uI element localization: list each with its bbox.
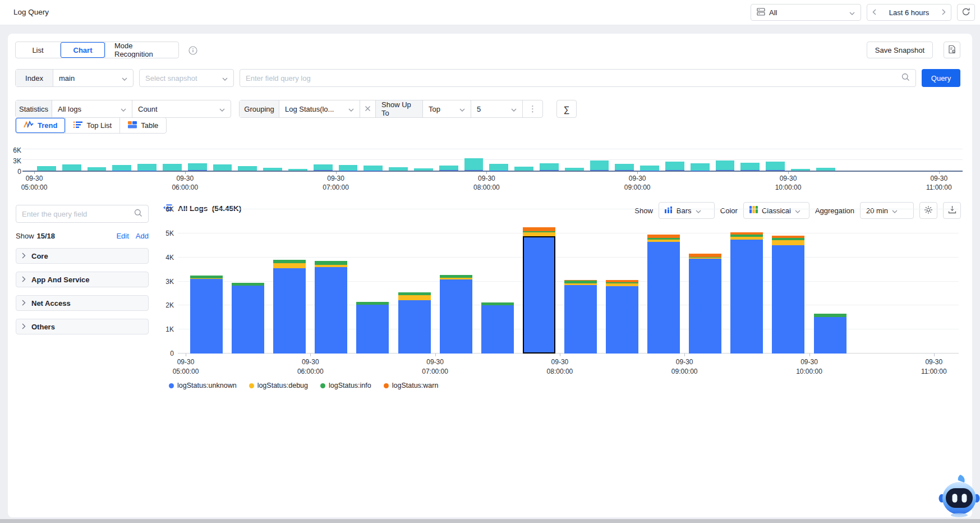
stacked-bar[interactable] xyxy=(273,209,306,354)
overview-bar[interactable] xyxy=(766,162,785,171)
overview-bar[interactable] xyxy=(112,165,131,171)
window-bottom-edge xyxy=(0,519,980,523)
legend-item-unknown[interactable]: logStatus:unknown xyxy=(169,382,237,389)
stacked-bar[interactable] xyxy=(772,209,804,354)
add-field-link[interactable]: Add xyxy=(136,232,149,240)
stacked-bar[interactable] xyxy=(232,209,264,354)
overview-bar[interactable] xyxy=(339,165,358,171)
overview-bar-count xyxy=(188,163,207,170)
overview-bar[interactable] xyxy=(740,163,760,171)
overview-bar[interactable] xyxy=(263,168,282,171)
field-group-core[interactable]: Core xyxy=(16,248,149,264)
overview-bar[interactable] xyxy=(464,158,484,171)
tab-mode-recognition[interactable]: Mode Recognition xyxy=(105,42,178,58)
overview-bar[interactable] xyxy=(640,166,659,171)
edit-fields-link[interactable]: Edit xyxy=(116,232,128,240)
field-search-input[interactable] xyxy=(22,210,134,218)
overview-bar[interactable] xyxy=(188,163,207,171)
overview-bar[interactable] xyxy=(615,164,634,171)
overview-bar[interactable] xyxy=(62,164,81,171)
overview-bar[interactable] xyxy=(137,164,157,171)
overview-bar[interactable] xyxy=(314,164,333,171)
overview-bar[interactable] xyxy=(238,166,257,171)
stacked-bar[interactable] xyxy=(606,209,638,354)
next-range-icon[interactable] xyxy=(942,8,946,17)
scope-select[interactable]: All xyxy=(751,4,861,21)
sigma-button[interactable]: ∑ xyxy=(556,100,577,118)
overview-bar[interactable] xyxy=(489,164,508,171)
bar-segment-info xyxy=(232,283,264,286)
search-icon[interactable] xyxy=(901,73,910,83)
overview-bar[interactable] xyxy=(514,167,533,171)
top-select[interactable]: Top xyxy=(422,100,471,117)
info-icon[interactable] xyxy=(188,46,197,57)
overview-bar[interactable] xyxy=(389,167,408,171)
overview-bar[interactable] xyxy=(88,167,107,171)
time-range-picker[interactable]: Last 6 hours xyxy=(867,4,951,21)
stacked-bar[interactable] xyxy=(440,209,472,354)
legend-label: logStatus:debug xyxy=(257,382,308,389)
overview-bar[interactable] xyxy=(364,166,383,171)
save-snapshot-button[interactable]: Save Snapshot xyxy=(867,42,933,58)
snapshot-config-button[interactable] xyxy=(944,42,960,58)
bar-segment-info xyxy=(606,282,638,283)
time-range-value: Last 6 hours xyxy=(889,8,930,17)
tab-trend[interactable]: Trend xyxy=(16,118,65,133)
overview-bar[interactable] xyxy=(540,163,559,171)
overview-bar[interactable] xyxy=(565,168,584,171)
stacked-bar[interactable] xyxy=(564,209,597,354)
overview-bar-count xyxy=(691,163,710,170)
legend-item-warn[interactable]: logStatus:warn xyxy=(384,382,439,389)
overview-bar[interactable] xyxy=(791,169,810,171)
overview-bar[interactable] xyxy=(816,168,835,171)
overview-bar[interactable] xyxy=(37,166,56,171)
stacked-bar[interactable] xyxy=(814,209,846,354)
more-options-icon[interactable]: ⋮ xyxy=(522,100,542,117)
overview-bar[interactable] xyxy=(590,160,609,171)
legend-item-info[interactable]: logStatus:info xyxy=(320,382,371,389)
search-icon[interactable] xyxy=(134,209,142,219)
overview-bar[interactable] xyxy=(665,162,684,171)
field-group-net-access[interactable]: Net Access xyxy=(16,295,149,311)
stacked-bar[interactable] xyxy=(190,209,223,354)
remove-grouping-button[interactable] xyxy=(360,100,375,117)
field-query-input[interactable] xyxy=(246,74,901,82)
top-n-select[interactable]: 5 xyxy=(471,100,522,117)
metric-select[interactable]: Count xyxy=(132,100,231,117)
stacked-bar[interactable] xyxy=(481,209,514,354)
tab-list[interactable]: List xyxy=(16,42,60,58)
bar-segment-info xyxy=(689,257,721,258)
overview-bar-count xyxy=(389,167,408,171)
tab-chart[interactable]: Chart xyxy=(60,42,105,58)
overview-bar-base xyxy=(188,170,207,171)
stacked-bar[interactable] xyxy=(523,209,555,354)
overview-bar[interactable] xyxy=(288,169,307,171)
stacked-bar[interactable] xyxy=(689,209,721,354)
field-group-others[interactable]: Others xyxy=(16,319,149,334)
legend-item-debug[interactable]: logStatus:debug xyxy=(249,382,308,389)
stacked-bar[interactable] xyxy=(356,209,389,354)
grouping-select[interactable]: Log Status(lo... xyxy=(279,100,360,117)
scope-select-value: All xyxy=(769,8,777,17)
assistant-robot-button[interactable] xyxy=(938,472,980,521)
refresh-button[interactable] xyxy=(957,4,975,21)
overview-bar[interactable] xyxy=(716,160,735,171)
prev-range-icon[interactable] xyxy=(872,8,876,17)
field-group-app-and-service[interactable]: App And Service xyxy=(16,272,149,287)
tab-table[interactable]: Table xyxy=(119,118,166,133)
query-button[interactable]: Query xyxy=(922,69,960,87)
overview-bar[interactable] xyxy=(691,163,710,171)
overview-bar[interactable] xyxy=(439,166,458,171)
snapshot-select[interactable]: Select snapshot xyxy=(140,70,233,86)
overview-bar[interactable] xyxy=(163,164,182,171)
stacked-bar[interactable] xyxy=(730,209,763,354)
index-select[interactable]: main xyxy=(53,70,133,86)
tab-top-list[interactable]: Top List xyxy=(65,118,119,133)
overview-bar[interactable] xyxy=(213,164,232,171)
overview-bar[interactable] xyxy=(414,168,433,171)
stacked-bar[interactable] xyxy=(398,209,431,354)
overview-bar-base xyxy=(314,170,333,171)
stacked-bar[interactable] xyxy=(315,209,347,354)
logs-scope-select[interactable]: All logs xyxy=(52,100,132,117)
stacked-bar[interactable] xyxy=(647,209,680,354)
